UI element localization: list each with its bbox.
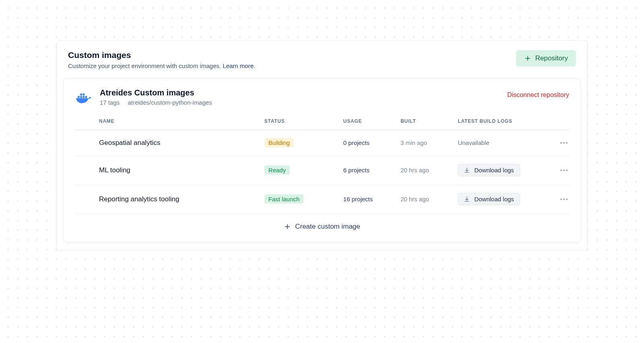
svg-rect-6 xyxy=(83,93,85,95)
plus-icon xyxy=(284,223,291,230)
plus-icon xyxy=(524,55,531,62)
table-row: ML tooling Ready 6 projects 20 hrs ago D… xyxy=(75,156,569,185)
table-row: Reporting analytics tooling Fast launch … xyxy=(75,185,569,214)
built-cell: 20 hrs ago xyxy=(400,167,454,174)
usage-cell: 0 projects xyxy=(343,139,397,146)
create-custom-image-label: Create custom image xyxy=(295,223,360,231)
panel-header: Custom images Customize your project env… xyxy=(57,41,587,76)
status-badge: Building xyxy=(264,138,294,147)
col-status: STATUS xyxy=(264,118,340,124)
table-header-row: NAME STATUS USAGE BUILT LATEST BUILD LOG… xyxy=(75,111,569,130)
row-actions-menu-button[interactable] xyxy=(547,169,569,171)
logs-cell: Unavailable xyxy=(458,139,544,146)
card-header-left: Atreides Custom images 17 tags atreides/… xyxy=(75,88,212,107)
svg-rect-4 xyxy=(83,96,85,98)
image-name: Geospatial analytics xyxy=(99,139,261,147)
table-row: Geospatial analytics Building 0 projects… xyxy=(75,130,569,156)
docker-icon xyxy=(75,89,93,107)
logs-cell: Download logs xyxy=(458,164,544,176)
col-name: NAME xyxy=(99,118,261,124)
custom-images-panel: Custom images Customize your project env… xyxy=(56,40,588,251)
col-logs: LATEST BUILD LOGS xyxy=(458,118,544,124)
repository-meta: 17 tags atreides/custom-python-images xyxy=(100,99,212,106)
disconnect-repository-link[interactable]: Disconnect repository xyxy=(507,91,569,99)
svg-rect-5 xyxy=(80,93,82,95)
repository-button-label: Repository xyxy=(535,54,568,62)
add-repository-button[interactable]: Repository xyxy=(516,50,576,66)
svg-rect-2 xyxy=(78,96,80,98)
svg-rect-7 xyxy=(85,96,87,98)
download-icon xyxy=(464,196,470,202)
panel-header-left: Custom images Customize your project env… xyxy=(68,50,255,69)
download-logs-label: Download logs xyxy=(474,196,514,202)
usage-cell: 6 projects xyxy=(343,167,397,174)
download-logs-button[interactable]: Download logs xyxy=(458,193,520,205)
status-badge: Fast launch xyxy=(264,194,304,204)
built-cell: 3 min ago xyxy=(400,139,454,146)
learn-more-link[interactable]: Learn more. xyxy=(223,62,255,69)
built-cell: 20 hrs ago xyxy=(400,196,454,202)
row-actions-menu-button[interactable] xyxy=(547,142,569,144)
logs-cell: Download logs xyxy=(458,193,544,205)
repository-path: atreides/custom-python-images xyxy=(128,99,212,106)
images-table: NAME STATUS USAGE BUILT LATEST BUILD LOG… xyxy=(64,111,580,242)
download-logs-button[interactable]: Download logs xyxy=(458,164,520,176)
svg-rect-3 xyxy=(80,96,82,98)
card-header: Atreides Custom images 17 tags atreides/… xyxy=(64,79,580,111)
repository-tags-count: 17 tags xyxy=(100,99,120,106)
card-title-block: Atreides Custom images 17 tags atreides/… xyxy=(100,88,212,106)
status-badge: Ready xyxy=(264,165,290,175)
page-title: Custom images xyxy=(68,50,255,60)
status-cell: Fast launch xyxy=(264,194,340,204)
image-name: Reporting analytics tooling xyxy=(99,195,261,203)
repository-card: Atreides Custom images 17 tags atreides/… xyxy=(63,78,581,242)
page-subtitle: Customize your project environment with … xyxy=(68,62,255,69)
status-cell: Ready xyxy=(264,165,340,175)
subtitle-text: Customize your project environment with … xyxy=(68,62,223,69)
repository-title: Atreides Custom images xyxy=(100,88,212,97)
download-icon xyxy=(464,167,470,174)
status-cell: Building xyxy=(264,138,340,147)
create-custom-image-button[interactable]: Create custom image xyxy=(75,214,569,242)
usage-cell: 16 projects xyxy=(343,196,397,202)
row-actions-menu-button[interactable] xyxy=(547,198,569,200)
download-logs-label: Download logs xyxy=(474,167,514,174)
col-usage: USAGE xyxy=(343,118,397,124)
col-built: BUILT xyxy=(400,118,454,124)
image-name: ML tooling xyxy=(99,166,261,174)
